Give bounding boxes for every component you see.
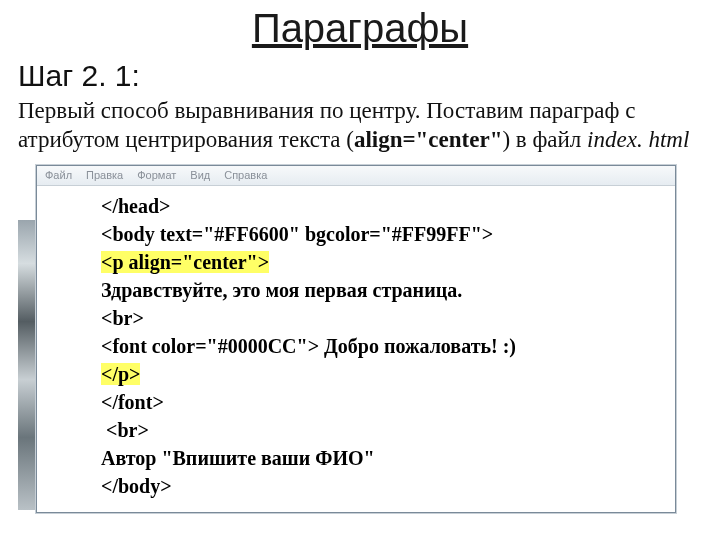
code-line-4: Здравствуйте, это моя первая страница. [101,276,667,304]
desc-bold: align="center" [354,127,503,152]
code-line-10: Автор "Впишите ваши ФИО" [101,444,667,472]
menu-help[interactable]: Справка [224,169,267,181]
code-line-9: <br> [101,416,667,444]
code-line-3: <p align="center"> [101,248,667,276]
code-line-5: <br> [101,304,667,332]
menu-file[interactable]: Файл [45,169,72,181]
code-welcome: Добро пожаловать! :) [324,335,516,357]
menu-edit[interactable]: Правка [86,169,123,181]
decorative-stripe [18,220,36,510]
code-line-8: </font> [101,388,667,416]
desc-part2: ) в файл [502,127,587,152]
highlight-close-p: </p> [101,363,140,385]
code-line-1: </head> [101,192,667,220]
editor-menubar: Файл Правка Формат Вид Справка [37,166,675,186]
menu-format[interactable]: Формат [137,169,176,181]
editor-content: </head> <body text="#FF6600" bgcolor="#F… [37,186,675,512]
code-line-6: <font color="#0000CC"> Добро пожаловать!… [101,332,667,360]
desc-ital: index. html [587,127,689,152]
page-title: Параграфы [0,6,720,51]
code-line-2: <body text="#FF6600" bgcolor="#FF99FF"> [101,220,667,248]
code-font-open: <font color="#0000CC"> [101,335,324,357]
description: Первый способ выравнивания по центру. По… [18,97,702,155]
step-heading: Шаг 2. 1: [18,59,720,93]
menu-view[interactable]: Вид [190,169,210,181]
code-line-11: </body> [101,472,667,500]
highlight-open-p: <p align="center"> [101,251,269,273]
code-line-7: </p> [101,360,667,388]
editor-window: Файл Правка Формат Вид Справка </head> <… [36,165,676,513]
